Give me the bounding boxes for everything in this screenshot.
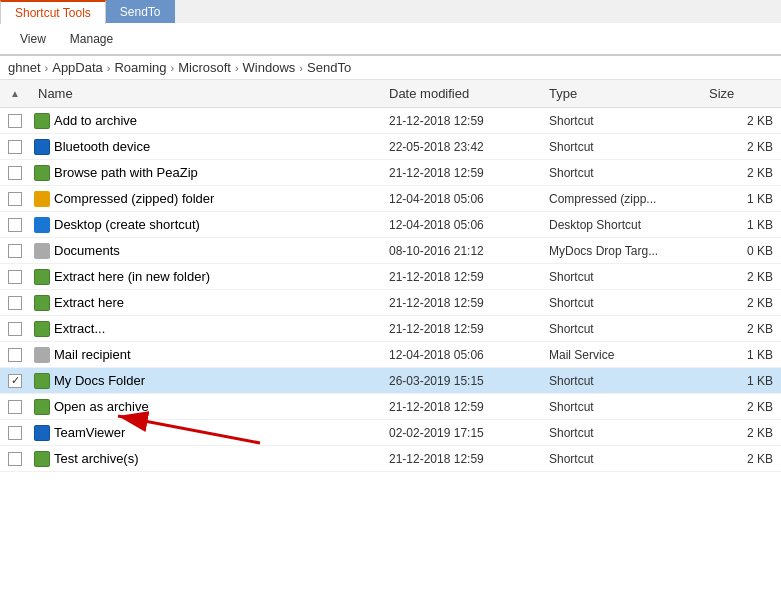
table-row[interactable]: Compressed (zipped) folder12-04-2018 05:…	[0, 186, 781, 212]
row-checkbox[interactable]	[0, 192, 30, 206]
file-name-text: Test archive(s)	[54, 451, 139, 466]
file-date: 26-03-2019 15:15	[381, 374, 541, 388]
ribbon: Shortcut Tools SendTo View Manage	[0, 0, 781, 56]
checkbox[interactable]	[8, 270, 22, 284]
file-name-cell: Extract...	[30, 321, 381, 337]
checkbox[interactable]	[8, 114, 22, 128]
col-header-date[interactable]: Date modified	[381, 82, 541, 105]
table-row[interactable]: Bluetooth device22-05-2018 23:42Shortcut…	[0, 134, 781, 160]
file-type: Shortcut	[541, 400, 701, 414]
table-row[interactable]: Desktop (create shortcut)12-04-2018 05:0…	[0, 212, 781, 238]
myfolder-icon	[34, 373, 50, 389]
table-row[interactable]: Test archive(s)21-12-2018 12:59Shortcut2…	[0, 446, 781, 472]
table-row[interactable]: Documents08-10-2016 21:12MyDocs Drop Tar…	[0, 238, 781, 264]
file-size: 1 KB	[701, 348, 781, 362]
tab-sendto[interactable]: SendTo	[106, 0, 175, 23]
file-area: ▲ Name Date modified Type Size Add to ar…	[0, 80, 781, 591]
extract-icon	[34, 321, 50, 337]
table-row[interactable]: Extract here21-12-2018 12:59Shortcut2 KB	[0, 290, 781, 316]
breadcrumb-part-2[interactable]: AppData	[52, 60, 103, 75]
checkbox[interactable]	[8, 192, 22, 206]
file-type: Compressed (zipp...	[541, 192, 701, 206]
file-date: 02-02-2019 17:15	[381, 426, 541, 440]
checkbox[interactable]: ✓	[8, 374, 22, 388]
file-name-cell: Open as archive	[30, 399, 381, 415]
row-checkbox[interactable]	[0, 166, 30, 180]
checkbox[interactable]	[8, 166, 22, 180]
breadcrumb-sep-5: ›	[299, 62, 303, 74]
view-button[interactable]: View	[8, 29, 58, 49]
extract-icon	[34, 269, 50, 285]
file-date: 21-12-2018 12:59	[381, 296, 541, 310]
col-header-name[interactable]: Name	[30, 82, 381, 105]
row-checkbox[interactable]	[0, 322, 30, 336]
file-size: 2 KB	[701, 322, 781, 336]
file-type: MyDocs Drop Targ...	[541, 244, 701, 258]
table-row[interactable]: ✓My Docs Folder26-03-2019 15:15Shortcut1…	[0, 368, 781, 394]
file-date: 12-04-2018 05:06	[381, 348, 541, 362]
row-checkbox[interactable]	[0, 296, 30, 310]
file-type: Shortcut	[541, 374, 701, 388]
file-name-text: Compressed (zipped) folder	[54, 191, 214, 206]
row-checkbox[interactable]	[0, 452, 30, 466]
col-name-label: Name	[38, 86, 73, 101]
row-checkbox[interactable]	[0, 270, 30, 284]
breadcrumb-part-6[interactable]: SendTo	[307, 60, 351, 75]
file-name-cell: Add to archive	[30, 113, 381, 129]
extract-icon	[34, 399, 50, 415]
bluetooth-icon	[34, 139, 50, 155]
file-date: 08-10-2016 21:12	[381, 244, 541, 258]
manage-button[interactable]: Manage	[58, 29, 125, 49]
file-name-text: My Docs Folder	[54, 373, 145, 388]
table-row[interactable]: Extract...21-12-2018 12:59Shortcut2 KB	[0, 316, 781, 342]
row-checkbox[interactable]: ✓	[0, 374, 30, 388]
ribbon-commands: View Manage	[0, 23, 781, 55]
row-checkbox[interactable]	[0, 348, 30, 362]
checkbox[interactable]	[8, 400, 22, 414]
checkbox[interactable]	[8, 140, 22, 154]
row-checkbox[interactable]	[0, 244, 30, 258]
file-type: Mail Service	[541, 348, 701, 362]
desktop-icon	[34, 217, 50, 233]
col-type-label: Type	[549, 86, 577, 101]
checkbox[interactable]	[8, 452, 22, 466]
checkbox[interactable]	[8, 348, 22, 362]
file-size: 2 KB	[701, 166, 781, 180]
row-checkbox[interactable]	[0, 114, 30, 128]
tab-shortcut-tools[interactable]: Shortcut Tools	[0, 0, 106, 24]
file-name-text: Extract...	[54, 321, 105, 336]
file-date: 21-12-2018 12:59	[381, 400, 541, 414]
breadcrumb-part-1[interactable]: ghnet	[8, 60, 41, 75]
table-row[interactable]: Browse path with PeaZip21-12-2018 12:59S…	[0, 160, 781, 186]
breadcrumb-part-5[interactable]: Windows	[243, 60, 296, 75]
table-row[interactable]: Add to archive21-12-2018 12:59Shortcut2 …	[0, 108, 781, 134]
file-type: Shortcut	[541, 296, 701, 310]
table-row[interactable]: Mail recipient12-04-2018 05:06Mail Servi…	[0, 342, 781, 368]
table-row[interactable]: Extract here (in new folder)21-12-2018 1…	[0, 264, 781, 290]
file-size: 2 KB	[701, 452, 781, 466]
checkbox[interactable]	[8, 218, 22, 232]
checkbox[interactable]	[8, 296, 22, 310]
checkbox[interactable]	[8, 426, 22, 440]
table-row[interactable]: Open as archive21-12-2018 12:59Shortcut2…	[0, 394, 781, 420]
table-row[interactable]: TeamViewer02-02-2019 17:15Shortcut2 KB	[0, 420, 781, 446]
breadcrumb-part-4[interactable]: Microsoft	[178, 60, 231, 75]
file-name-cell: Extract here	[30, 295, 381, 311]
zip-icon	[34, 191, 50, 207]
row-checkbox[interactable]	[0, 400, 30, 414]
row-checkbox[interactable]	[0, 426, 30, 440]
breadcrumb-sep-3: ›	[171, 62, 175, 74]
file-name-text: Desktop (create shortcut)	[54, 217, 200, 232]
row-checkbox[interactable]	[0, 140, 30, 154]
file-size: 0 KB	[701, 244, 781, 258]
sort-arrow-up: ▲	[10, 88, 20, 99]
file-name-cell: Extract here (in new folder)	[30, 269, 381, 285]
file-size: 1 KB	[701, 218, 781, 232]
breadcrumb-part-3[interactable]: Roaming	[114, 60, 166, 75]
col-header-size[interactable]: Size	[701, 82, 781, 105]
breadcrumb-sep-4: ›	[235, 62, 239, 74]
checkbox[interactable]	[8, 244, 22, 258]
checkbox[interactable]	[8, 322, 22, 336]
col-header-type[interactable]: Type	[541, 82, 701, 105]
row-checkbox[interactable]	[0, 218, 30, 232]
